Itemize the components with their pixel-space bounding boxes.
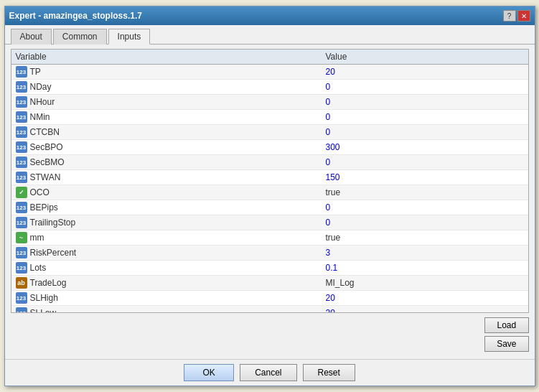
variable-name: NHour <box>30 97 55 107</box>
value-cell: true <box>322 185 528 200</box>
variable-cell: 123Lots <box>11 261 322 276</box>
help-button[interactable]: ? <box>503 10 516 22</box>
reset-button[interactable]: Reset <box>303 364 355 381</box>
value-cell: 20 <box>322 291 528 306</box>
variable-name: TP <box>30 67 41 77</box>
variable-cell: 123STWAN <box>11 170 322 185</box>
value-cell: 3 <box>322 246 528 261</box>
value-cell: 0 <box>322 215 528 230</box>
variable-cell: abTradeLog <box>11 276 322 291</box>
main-window: Expert - amazingea_stoploss.1.7 ? ✕ Abou… <box>4 6 535 386</box>
title-controls: ? ✕ <box>503 10 530 22</box>
table-row[interactable]: 123SLLow20 <box>11 306 528 314</box>
table-row[interactable]: ✓OCOtrue <box>11 185 528 200</box>
table-row[interactable]: 123SecBMO0 <box>11 155 528 170</box>
variable-name: SLLow <box>30 308 57 313</box>
window-title: Expert - amazingea_stoploss.1.7 <box>9 11 142 21</box>
variable-icon: 123 <box>16 96 27 108</box>
variable-icon: 123 <box>16 66 27 78</box>
variable-cell: 123SecBMO <box>11 155 322 170</box>
variable-icon: 123 <box>16 292 27 304</box>
variable-cell: 123TP <box>11 65 322 80</box>
inputs-table: Variable Value 123TP20123NDay0123NHour01… <box>11 50 528 313</box>
value-cell: 0 <box>322 155 528 170</box>
variable-name: RiskPercent <box>30 248 77 258</box>
variable-icon: 123 <box>16 307 27 313</box>
variable-icon: ~ <box>16 232 27 243</box>
variable-name: Lots <box>30 263 47 273</box>
table-row[interactable]: 123NHour0 <box>11 95 528 110</box>
table-row[interactable]: 123NMin0 <box>11 110 528 125</box>
variable-cell: 123RiskPercent <box>11 246 322 261</box>
tab-about[interactable]: About <box>11 29 52 45</box>
variable-name: SLHigh <box>30 293 58 303</box>
variable-cell: 123NHour <box>11 95 322 110</box>
variable-icon: ✓ <box>16 187 27 198</box>
variable-name: SecBMO <box>30 157 65 167</box>
cancel-button[interactable]: Cancel <box>240 364 296 381</box>
table-row[interactable]: 123CTCBN0 <box>11 125 528 140</box>
inputs-table-container[interactable]: Variable Value 123TP20123NDay0123NHour01… <box>11 49 529 313</box>
value-cell: 0.1 <box>322 261 528 276</box>
value-cell: 300 <box>322 140 528 155</box>
table-row[interactable]: ~mmtrue <box>11 230 528 246</box>
ok-button[interactable]: OK <box>184 364 234 381</box>
tab-common[interactable]: Common <box>53 29 107 45</box>
variable-cell: 123BEPips <box>11 200 322 215</box>
table-row[interactable]: 123TrailingStop0 <box>11 215 528 230</box>
table-row[interactable]: 123SLHigh20 <box>11 291 528 306</box>
table-row[interactable]: 123TP20 <box>11 65 528 80</box>
side-buttons-area: Load Save <box>11 313 529 355</box>
value-cell: MI_Log <box>322 276 528 291</box>
tab-inputs[interactable]: Inputs <box>108 29 151 45</box>
variable-cell: ✓OCO <box>11 185 322 200</box>
value-cell: 0 <box>322 125 528 140</box>
variable-cell: 123NMin <box>11 110 322 125</box>
variable-name: NDay <box>30 82 52 92</box>
value-cell: 0 <box>322 110 528 125</box>
variable-name: TrailingStop <box>30 218 76 228</box>
variable-cell: 123CTCBN <box>11 125 322 140</box>
variable-name: NMin <box>30 112 50 122</box>
variable-name: SecBPO <box>30 142 63 152</box>
value-cell: 20 <box>322 306 528 314</box>
close-button[interactable]: ✕ <box>517 10 530 22</box>
variable-cell: 123SLHigh <box>11 291 322 306</box>
load-button[interactable]: Load <box>484 317 528 333</box>
variable-icon: 123 <box>16 217 27 228</box>
table-row[interactable]: 123SecBPO300 <box>11 140 528 155</box>
table-row[interactable]: 123RiskPercent3 <box>11 246 528 261</box>
table-row[interactable]: 123BEPips0 <box>11 200 528 215</box>
variable-name: STWAN <box>30 172 61 182</box>
variable-icon: 123 <box>16 262 27 274</box>
variable-name: OCO <box>30 187 50 197</box>
col-variable-header: Variable <box>11 50 322 65</box>
variable-icon: 123 <box>16 111 27 123</box>
bottom-bar: OK Cancel Reset <box>5 359 535 386</box>
variable-icon: 123 <box>16 157 27 168</box>
variable-name: BEPips <box>30 202 58 213</box>
value-cell: 0 <box>322 80 528 95</box>
value-cell: 20 <box>322 65 528 80</box>
table-row[interactable]: abTradeLogMI_Log <box>11 276 528 291</box>
variable-name: CTCBN <box>30 127 60 137</box>
variable-icon: ab <box>16 277 27 289</box>
variable-icon: 123 <box>16 126 27 138</box>
tabs-bar: About Common Inputs <box>5 25 535 45</box>
table-row[interactable]: 123STWAN150 <box>11 170 528 185</box>
variable-icon: 123 <box>16 202 27 213</box>
variable-name: mm <box>30 233 44 243</box>
value-cell: 150 <box>322 170 528 185</box>
variable-cell: 123TrailingStop <box>11 215 322 230</box>
variable-icon: 123 <box>16 172 27 183</box>
variable-icon: 123 <box>16 81 27 93</box>
variable-icon: 123 <box>16 247 27 258</box>
right-buttons: Load Save <box>484 317 528 352</box>
variable-cell: ~mm <box>11 230 322 246</box>
table-row[interactable]: 123NDay0 <box>11 80 528 95</box>
col-value-header: Value <box>322 50 528 65</box>
save-button[interactable]: Save <box>484 336 528 352</box>
table-row[interactable]: 123Lots0.1 <box>11 261 528 276</box>
value-cell: 0 <box>322 95 528 110</box>
variable-cell: 123SecBPO <box>11 140 322 155</box>
